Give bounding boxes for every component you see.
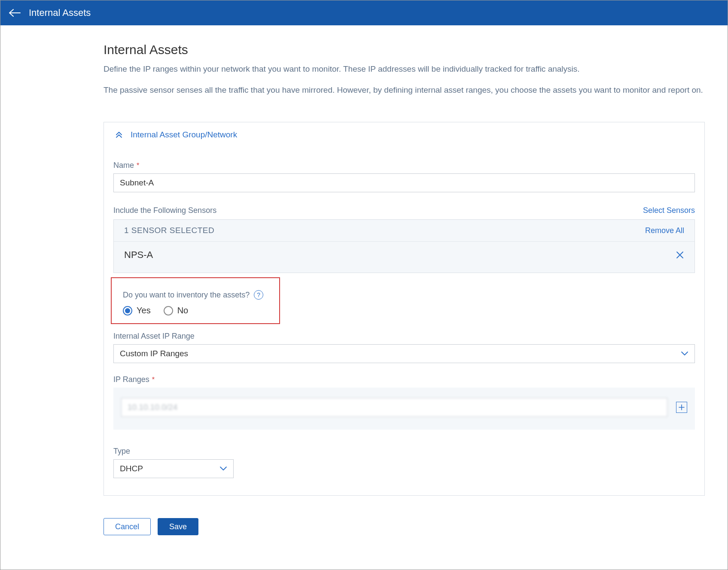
iprange-label: Internal Asset IP Range <box>113 332 195 341</box>
type-label: Type <box>113 447 130 456</box>
sensor-name: NPS-A <box>124 249 153 261</box>
sensors-label: Include the Following Sensors <box>113 206 216 215</box>
sensor-count-text: 1 SENSOR SELECTED <box>124 226 214 235</box>
asset-group-panel: Internal Asset Group/Network Name * Incl… <box>104 122 705 496</box>
page-description-1: Define the IP ranges within your network… <box>104 63 705 76</box>
help-icon[interactable]: ? <box>254 290 263 300</box>
sensor-row: NPS-A <box>114 242 694 273</box>
topbar: Internal Assets <box>0 0 728 25</box>
footer-buttons: Cancel Save <box>104 518 707 535</box>
inventory-radio-no[interactable]: No <box>164 306 189 315</box>
sensor-box: 1 SENSOR SELECTED Remove All NPS-A <box>113 219 695 273</box>
iprange-select[interactable]: Custom IP Ranges <box>113 344 695 363</box>
inventory-question: Do you want to inventory the assets? <box>123 291 250 300</box>
inventory-highlight: Do you want to inventory the assets? ? Y… <box>111 277 280 324</box>
chevron-down-icon <box>681 351 688 356</box>
name-label: Name <box>113 161 134 170</box>
cancel-button[interactable]: Cancel <box>104 518 151 535</box>
radio-yes-label: Yes <box>137 306 151 315</box>
content-area: Internal Assets Define the IP ranges wit… <box>0 25 707 535</box>
radio-dot-icon <box>164 306 173 315</box>
topbar-title: Internal Assets <box>29 7 91 18</box>
iprange-field: Internal Asset IP Range Custom IP Ranges <box>104 332 704 363</box>
panel-header[interactable]: Internal Asset Group/Network <box>104 122 704 144</box>
chevron-down-icon <box>219 466 227 471</box>
name-input[interactable] <box>113 173 695 192</box>
collapse-icon <box>115 131 123 139</box>
name-field: Name * <box>104 161 704 192</box>
radio-dot-icon <box>123 306 132 315</box>
ipranges-label: IP Ranges <box>113 375 149 384</box>
add-iprange-button[interactable] <box>676 402 687 413</box>
save-button[interactable]: Save <box>158 518 198 535</box>
ipranges-field: IP Ranges * <box>104 375 704 430</box>
required-marker: * <box>137 162 139 170</box>
back-arrow-icon[interactable] <box>8 9 21 17</box>
remove-all-link[interactable]: Remove All <box>645 226 684 235</box>
type-value: DHCP <box>120 464 143 473</box>
type-select[interactable]: DHCP <box>113 459 234 478</box>
select-sensors-link[interactable]: Select Sensors <box>643 206 695 215</box>
window: Internal Assets Internal Assets Define t… <box>0 0 728 570</box>
page-title: Internal Assets <box>104 42 707 57</box>
iprange-input[interactable] <box>121 398 667 417</box>
iprange-value: Custom IP Ranges <box>120 349 188 358</box>
remove-sensor-icon[interactable] <box>676 251 684 259</box>
sensors-block: Include the Following Sensors Select Sen… <box>104 206 704 273</box>
inventory-radio-yes[interactable]: Yes <box>123 306 151 315</box>
panel-header-title: Internal Asset Group/Network <box>131 130 237 139</box>
radio-no-label: No <box>177 306 189 315</box>
required-marker: * <box>152 376 155 384</box>
type-field: Type DHCP <box>104 447 704 478</box>
page-description-2: The passive sensor senses all the traffi… <box>104 84 705 97</box>
